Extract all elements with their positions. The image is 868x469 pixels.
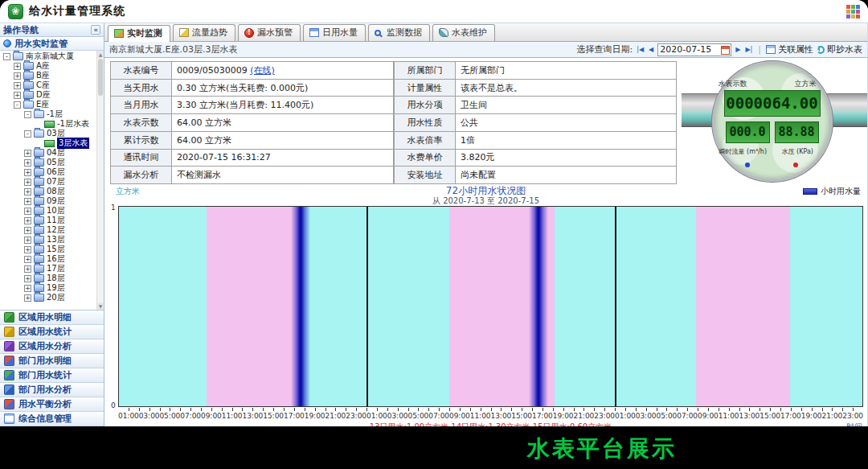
expand-icon[interactable]: + [24, 179, 31, 186]
tab-leak[interactable]: 漏水预警 [238, 24, 301, 41]
sidebar-item-区域用水分析[interactable]: 区域用水分析 [0, 339, 104, 354]
x-tick [698, 408, 698, 411]
tab-daily[interactable]: 日用水量 [303, 24, 366, 41]
x-tick-label: 07:00 [428, 412, 449, 420]
meter-info-table-left: 水表编号0009/05030009 (在线)当天用水0.30 立方米(当天耗费:… [110, 61, 394, 184]
first-date-button[interactable]: |◀ [636, 46, 645, 53]
x-tick-label: 23:00 [346, 412, 366, 420]
row-value: 公共 [456, 114, 677, 132]
tree-scrollbar[interactable]: ▲ ▼ [96, 51, 104, 310]
folder-icon [34, 216, 44, 224]
table-row: 水表编号0009/05030009 (在线) [111, 62, 394, 80]
expand-icon[interactable]: + [24, 275, 31, 282]
table-row: 水表示数64.00 立方米 [111, 114, 394, 132]
dept-analysis-icon [4, 385, 14, 395]
expand-icon[interactable]: + [24, 169, 31, 176]
related-props-icon [766, 45, 776, 54]
prev-date-button[interactable]: ◀ [648, 46, 654, 53]
collapse-icon[interactable]: - [14, 101, 21, 109]
sidebar-item-部门用水统计[interactable]: 部门用水统计 [0, 368, 104, 383]
apps-grid-icon[interactable] [846, 5, 860, 19]
x-tick [211, 408, 212, 411]
calendar-icon[interactable] [721, 46, 730, 55]
app-logo-icon: ❀ [8, 4, 23, 19]
x-tick-label: 13:00 [242, 412, 263, 420]
folder-icon [23, 81, 34, 89]
folder-icon [23, 101, 34, 109]
scroll-up-icon[interactable]: ▲ [97, 51, 104, 58]
tab-realtime[interactable]: 实时监测 [108, 25, 170, 42]
sidebar-item-区域用水统计[interactable]: 区域用水统计 [0, 325, 104, 339]
tree-item-label: 南京新城大厦 [26, 51, 74, 62]
row-value: 0.30 立方米(当天耗费: 0.000元) [172, 79, 394, 97]
related-props-button[interactable]: 关联属性 [766, 43, 813, 56]
collapse-icon[interactable]: - [3, 53, 10, 60]
x-tick [677, 408, 678, 411]
row-value: 64.00 立方米 [172, 114, 394, 132]
expand-icon[interactable]: + [14, 82, 21, 89]
monitor-data-icon [375, 30, 381, 36]
collapse-icon[interactable]: - [24, 111, 31, 118]
x-tick-label: 01:00 [366, 412, 387, 420]
x-tick [129, 408, 129, 411]
expand-icon[interactable]: + [24, 198, 31, 205]
last-date-button[interactable]: ▶| [744, 46, 753, 53]
x-tick [729, 408, 730, 411]
scroll-down-icon[interactable]: ▼ [97, 302, 104, 310]
x-tick-label: 07:00 [677, 412, 698, 420]
region-analysis-icon [4, 341, 14, 352]
table-row: 累计示数64.00 立方米 [111, 131, 394, 149]
sidebar-item-label: 区域用水统计 [18, 326, 72, 338]
expand-icon[interactable]: + [24, 294, 31, 302]
tab-data[interactable]: 监测数据 [368, 24, 430, 41]
x-tick [139, 408, 140, 411]
sidebar-item-realtime-monitor[interactable]: 用水实时监管 [0, 37, 104, 51]
x-tick-label: 11:00 [222, 412, 243, 420]
expand-icon[interactable]: + [24, 208, 31, 215]
tree-item-20层[interactable]: +20层 [1, 293, 96, 302]
expand-icon[interactable]: + [24, 265, 31, 273]
expand-icon[interactable]: + [14, 72, 21, 80]
expand-icon[interactable]: + [24, 150, 31, 157]
x-tick [377, 408, 378, 411]
next-date-button[interactable]: ▶ [735, 46, 741, 53]
x-tick-label: 21:00 [325, 412, 346, 420]
expand-icon[interactable]: + [14, 92, 21, 99]
expand-icon[interactable]: + [24, 285, 31, 292]
x-tick-label: 13:00 [739, 412, 760, 420]
folder-icon [34, 149, 44, 157]
sidebar-item-部门用水分析[interactable]: 部门用水分析 [0, 383, 104, 397]
expand-icon[interactable]: + [24, 246, 31, 253]
x-tick [791, 408, 792, 411]
expand-icon[interactable]: + [24, 256, 31, 263]
date-input[interactable]: 2020-07-15 [657, 43, 731, 56]
x-tick [636, 408, 637, 411]
expand-icon[interactable]: + [14, 63, 21, 70]
main: 操作导航 « 用水实时监管 -南京新城大厦+A座+B座+C座+D座-E座--1层… [0, 23, 868, 426]
x-tick [491, 408, 492, 411]
sidebar-item-部门用水明细[interactable]: 部门用水明细 [0, 354, 104, 368]
sidebar-item-label: 用水平衡分析 [18, 398, 72, 410]
tab-maintain[interactable]: 水表维护 [432, 24, 495, 41]
expand-icon[interactable]: + [24, 237, 31, 244]
x-tick-label: 17:00 [532, 412, 553, 420]
tab-trend[interactable]: 流量趋势 [173, 24, 235, 41]
collapse-sidebar-button[interactable]: « [91, 25, 100, 35]
expand-icon[interactable]: + [24, 159, 31, 167]
sidebar-item-区域用水明细[interactable]: 区域用水明细 [0, 311, 104, 325]
tab-label: 漏水预警 [257, 27, 293, 39]
scroll-thumb[interactable] [98, 59, 103, 96]
x-tick [853, 408, 854, 411]
expand-icon[interactable]: + [24, 217, 31, 224]
row-value: 3.820元 [456, 149, 677, 167]
folder-icon [34, 226, 44, 234]
tab-label: 流量趋势 [192, 27, 227, 39]
expand-icon[interactable]: + [24, 227, 31, 234]
collapse-icon[interactable]: - [24, 130, 31, 138]
online-status-link[interactable]: (在线) [250, 65, 275, 76]
x-tick-label: 13:00 [490, 412, 511, 420]
sidebar-item-综合信息管理[interactable]: 综合信息管理 [0, 412, 104, 426]
read-meter-button[interactable]: 即抄水表 [817, 43, 862, 56]
expand-icon[interactable]: + [24, 188, 31, 195]
sidebar-item-用水平衡分析[interactable]: 用水平衡分析 [0, 397, 104, 412]
